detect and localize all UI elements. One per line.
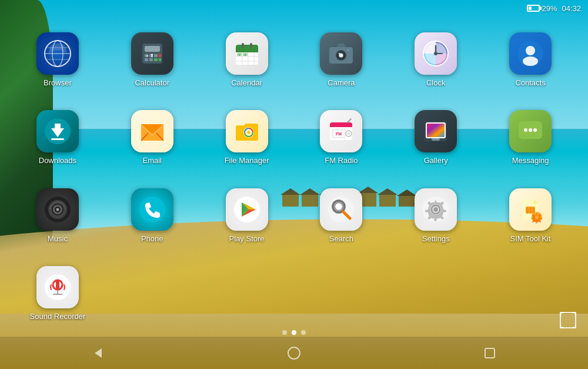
messaging-label: Messaging xyxy=(512,156,549,165)
svg-rect-11 xyxy=(159,54,161,57)
svg-rect-14 xyxy=(154,58,158,61)
svg-rect-71 xyxy=(426,123,445,138)
app-browser[interactable]: Browser xyxy=(12,22,103,97)
empty-cell-1 xyxy=(106,256,198,331)
settings-label: Settings xyxy=(422,234,450,243)
clock-icon xyxy=(415,32,457,75)
empty-cell-2 xyxy=(201,256,293,331)
svg-point-117 xyxy=(288,347,300,359)
svg-line-68 xyxy=(348,119,351,122)
home-button[interactable] xyxy=(282,341,306,365)
svg-marker-116 xyxy=(95,348,102,358)
calendar-icon: 1 2 xyxy=(226,32,268,75)
battery-icon xyxy=(527,5,540,12)
svg-point-76 xyxy=(524,128,527,132)
app-camera[interactable]: Camera xyxy=(295,22,387,97)
empty-cell-4 xyxy=(390,256,482,331)
contacts-icon xyxy=(509,32,552,75)
svg-rect-10 xyxy=(154,54,158,57)
svg-marker-75 xyxy=(520,139,527,144)
app-soundrecorder[interactable]: Sound Recorder xyxy=(12,256,103,331)
app-phone[interactable]: Phone xyxy=(106,178,198,253)
page-indicator xyxy=(282,330,306,335)
fmradio-icon: FM xyxy=(320,110,362,152)
camera-icon xyxy=(320,32,362,75)
gallery-label: Gallery xyxy=(424,156,448,165)
app-calendar[interactable]: 1 2 Calendar xyxy=(201,22,293,97)
contacts-label: Contacts xyxy=(515,78,545,87)
app-messaging[interactable]: Messaging xyxy=(485,100,576,175)
music-label: Music xyxy=(48,234,68,243)
app-contacts[interactable]: Contacts xyxy=(485,22,576,97)
recents-button[interactable] xyxy=(478,341,502,365)
page-dot-3[interactable] xyxy=(301,330,306,335)
phone-icon xyxy=(131,188,173,231)
svg-point-84 xyxy=(56,208,59,211)
navigation-bar xyxy=(0,337,588,369)
svg-point-77 xyxy=(529,128,532,132)
app-grid: Browser Calculator xyxy=(0,16,588,337)
soundrecorder-icon xyxy=(36,266,79,308)
downloads-icon xyxy=(36,110,79,152)
svg-point-39 xyxy=(339,53,340,55)
svg-point-49 xyxy=(523,56,538,66)
app-calculator[interactable]: Calculator xyxy=(106,22,198,97)
svg-point-67 xyxy=(348,132,350,135)
search-label: Search xyxy=(329,234,353,243)
messaging-icon xyxy=(509,110,552,152)
simtoolkit-icon xyxy=(509,188,552,231)
simtoolkit-label: SIM Tool Kit xyxy=(510,234,551,243)
svg-point-109 xyxy=(535,215,539,219)
calculator-icon xyxy=(131,32,173,75)
battery-percentage: 29% xyxy=(542,4,557,13)
app-playstore[interactable]: Play Store xyxy=(201,178,293,253)
settings-icon xyxy=(415,188,457,231)
downloads-label: Downloads xyxy=(39,156,76,165)
svg-point-101 xyxy=(433,207,438,212)
svg-rect-112 xyxy=(56,280,59,290)
svg-rect-21 xyxy=(236,49,258,52)
back-button[interactable] xyxy=(86,341,110,365)
app-filemanager[interactable]: File Manager xyxy=(201,100,293,175)
svg-point-48 xyxy=(526,46,535,55)
app-simtoolkit[interactable]: SIM Tool Kit xyxy=(485,178,576,253)
app-settings[interactable]: Settings xyxy=(390,178,482,253)
svg-point-85 xyxy=(139,197,165,222)
clock-label: Clock xyxy=(426,78,446,87)
screenshot-button[interactable] xyxy=(560,312,576,331)
page-dot-1[interactable] xyxy=(282,330,287,335)
empty-cell-3 xyxy=(295,256,387,331)
app-email[interactable]: Email xyxy=(106,100,198,175)
browser-label: Browser xyxy=(44,78,72,87)
svg-rect-7 xyxy=(145,46,160,52)
app-clock[interactable]: Clock xyxy=(390,22,482,97)
app-search[interactable]: Search xyxy=(295,178,387,253)
battery-fill xyxy=(529,6,532,10)
gallery-icon xyxy=(415,110,457,152)
svg-rect-31 xyxy=(242,43,244,48)
fmradio-label: FM Radio xyxy=(325,156,358,165)
svg-rect-15 xyxy=(159,58,161,61)
clock-time: 04:32 xyxy=(562,4,581,13)
playstore-icon xyxy=(226,188,268,231)
svg-marker-34 xyxy=(336,44,346,47)
calculator-label: Calculator xyxy=(135,78,169,87)
soundrecorder-label: Sound Recorder xyxy=(30,312,86,321)
page-dot-2[interactable] xyxy=(292,330,296,335)
app-gallery[interactable]: Gallery xyxy=(390,100,482,175)
svg-text:FM: FM xyxy=(336,132,342,136)
svg-point-40 xyxy=(347,49,349,51)
app-downloads[interactable]: Downloads xyxy=(12,100,103,175)
filemanager-icon xyxy=(226,110,268,152)
email-icon xyxy=(131,110,173,152)
svg-rect-118 xyxy=(485,348,495,358)
svg-rect-52 xyxy=(51,138,64,140)
svg-rect-115 xyxy=(560,313,576,328)
calendar-label: Calendar xyxy=(231,78,262,87)
app-fmradio[interactable]: FM FM Radio xyxy=(295,100,387,175)
svg-rect-32 xyxy=(250,43,252,48)
status-bar: 29% 04:32 xyxy=(0,0,588,16)
browser-icon xyxy=(36,32,79,75)
music-icon xyxy=(36,188,79,231)
app-music[interactable]: Music xyxy=(12,178,103,253)
